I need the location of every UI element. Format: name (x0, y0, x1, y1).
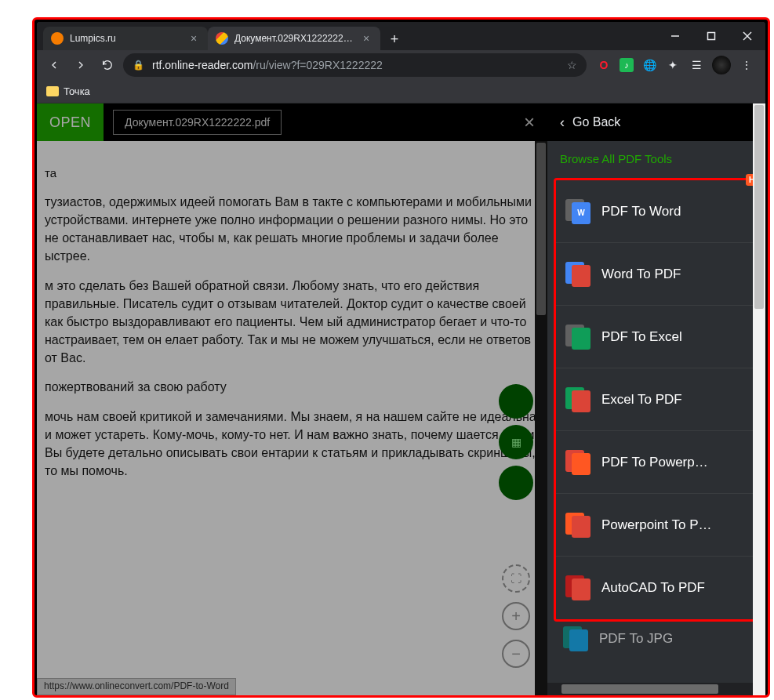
tool-label: PDF To Excel (601, 329, 750, 345)
lock-icon: 🔒 (133, 60, 144, 71)
reading-list-icon[interactable]: ☰ (689, 57, 704, 73)
browser-window: Lumpics.ru × Документ.029RX1222222.pdf ×… (37, 22, 765, 695)
tool-icon (565, 262, 590, 287)
chevron-left-icon: ‹ (560, 114, 565, 131)
tab-close[interactable]: × (187, 32, 200, 45)
tool-label: Excel To PDF (601, 392, 750, 408)
floating-actions: ▦ (499, 384, 533, 500)
ext-opera-icon[interactable]: O (596, 57, 612, 73)
tool-pdf-to-powerpoint[interactable]: PDF To Powerp… (556, 431, 760, 494)
tool-pdf-to-excel[interactable]: PDF To Excel (556, 306, 760, 368)
tool-label: PDF To JPG (599, 631, 750, 647)
ext-globe-icon[interactable]: 🌐 (641, 57, 657, 73)
doc-paragraph: тузиастов, одержимых идеей помогать Вам … (45, 193, 540, 266)
extensions-area: O ♪ 🌐 ✦ ☰ ⋮ (591, 56, 759, 74)
browse-all-link[interactable]: Browse All PDF Tools (547, 141, 765, 173)
tab-document[interactable]: Документ.029RX1222222.pdf × (208, 27, 380, 50)
window-maximize[interactable] (693, 22, 729, 50)
fab-button-2[interactable]: ▦ (499, 425, 533, 459)
fullscreen-button[interactable]: ⛶ (502, 564, 530, 593)
open-button[interactable]: OPEN (37, 103, 104, 141)
tool-autocad-to-pdf[interactable]: AutoCAD To PDF (556, 557, 760, 619)
ext-music-icon[interactable]: ♪ (620, 58, 634, 72)
tool-icon (565, 450, 590, 475)
go-back-label: Go Back (572, 115, 620, 129)
zoom-in-button[interactable]: + (502, 602, 530, 630)
bookmarks-bar: Точка (37, 80, 765, 103)
doc-paragraph: мочь нам своей критикой и замечаниями. М… (45, 408, 540, 481)
doc-fragment: та (45, 165, 540, 182)
browser-menu-icon[interactable]: ⋮ (739, 57, 754, 73)
page-scrollbar[interactable] (753, 103, 765, 695)
tab-title: Документ.029RX1222222.pdf (234, 33, 354, 44)
doc-paragraph: м это сделать без Вашей обратной связи. … (45, 277, 540, 368)
tab-title: Lumpics.ru (70, 33, 181, 44)
tool-icon (565, 387, 590, 412)
tab-lumpics[interactable]: Lumpics.ru × (43, 27, 208, 50)
nav-back[interactable] (43, 54, 65, 76)
go-back-button[interactable]: ‹ Go Back (547, 103, 765, 141)
tool-pdf-to-word[interactable]: W PDF To Word (556, 180, 760, 243)
new-tab-button[interactable]: + (383, 28, 405, 50)
profile-avatar[interactable] (712, 56, 731, 74)
tab-strip: Lumpics.ru × Документ.029RX1222222.pdf ×… (37, 22, 765, 50)
tab-close[interactable]: × (360, 32, 372, 45)
zoom-out-button[interactable]: − (502, 640, 530, 668)
screenshot-highlight-border: Lumpics.ru × Документ.029RX1222222.pdf ×… (32, 17, 770, 698)
window-close[interactable] (729, 22, 765, 50)
url-text: rtf.online-reader.com/ru/view?f=029RX122… (152, 59, 383, 71)
bookmark-folder-icon (46, 86, 59, 96)
window-minimize[interactable] (657, 22, 693, 50)
viewer-toolbar: OPEN Документ.029RX1222222.pdf × (37, 103, 547, 141)
tool-label: AutoCAD To PDF (601, 580, 750, 596)
tool-label: Word To PDF (601, 267, 750, 282)
viewer-scrollbar[interactable] (535, 141, 547, 695)
fab-button-3[interactable] (499, 466, 533, 500)
status-bar: https://www.onlineconvert.com/PDF-to-Wor… (37, 678, 236, 695)
extensions-puzzle-icon[interactable]: ✦ (665, 57, 681, 73)
tool-label: Powerpoint To P… (601, 517, 750, 533)
viewer-close-icon[interactable]: × (524, 111, 535, 133)
tool-label: PDF To Word (601, 204, 750, 219)
tool-word-to-pdf[interactable]: Word To PDF (556, 243, 760, 306)
nav-forward[interactable] (70, 54, 92, 76)
tool-pdf-to-jpg[interactable]: PDF To JPG (554, 622, 759, 656)
fab-button-1[interactable] (499, 384, 533, 419)
page-content: OPEN Документ.029RX1222222.pdf × та тузи… (37, 103, 765, 695)
scrollbar-thumb[interactable] (754, 105, 764, 309)
svg-rect-1 (708, 33, 715, 40)
tool-icon: W (565, 199, 590, 224)
omnibox[interactable]: 🔒 rtf.online-reader.com/ru/view?f=029RX1… (123, 53, 587, 77)
sidebar-h-scrollbar[interactable] (547, 683, 753, 695)
status-url: https://www.onlineconvert.com/PDF-to-Wor… (44, 680, 229, 691)
bookmark-item[interactable]: Точка (64, 85, 90, 97)
tool-icon (563, 626, 588, 651)
zoom-controls: ⛶ + − (502, 564, 530, 668)
tool-label: PDF To Powerp… (601, 455, 750, 470)
tools-highlight-box: HO W PDF To Word Word To PDF (554, 178, 762, 622)
tool-icon (565, 325, 590, 350)
scrollbar-thumb[interactable] (561, 684, 718, 694)
scrollbar-thumb[interactable] (536, 143, 546, 315)
tool-excel-to-pdf[interactable]: Excel To PDF (556, 368, 760, 431)
tool-icon (565, 513, 590, 538)
tab-favicon (51, 32, 64, 45)
filename-display[interactable]: Документ.029RX1222222.pdf (113, 110, 282, 135)
nav-reload[interactable] (96, 54, 118, 76)
document-body: та тузиастов, одержимых идеей помогать В… (37, 141, 547, 695)
filename-text: Документ.029RX1222222.pdf (125, 116, 270, 129)
tool-powerpoint-to-pdf[interactable]: Powerpoint To P… (556, 494, 760, 557)
window-controls (657, 22, 765, 50)
pdf-viewer: OPEN Документ.029RX1222222.pdf × та тузи… (37, 103, 547, 695)
tab-favicon (216, 32, 228, 45)
doc-paragraph: пожертвований за свою работу (45, 378, 540, 396)
toolbar: 🔒 rtf.online-reader.com/ru/view?f=029RX1… (37, 50, 765, 80)
tool-icon (565, 575, 590, 600)
tools-sidebar: ‹ Go Back Browse All PDF Tools HO W PDF … (547, 103, 765, 695)
bookmark-star-icon[interactable]: ☆ (567, 59, 577, 71)
